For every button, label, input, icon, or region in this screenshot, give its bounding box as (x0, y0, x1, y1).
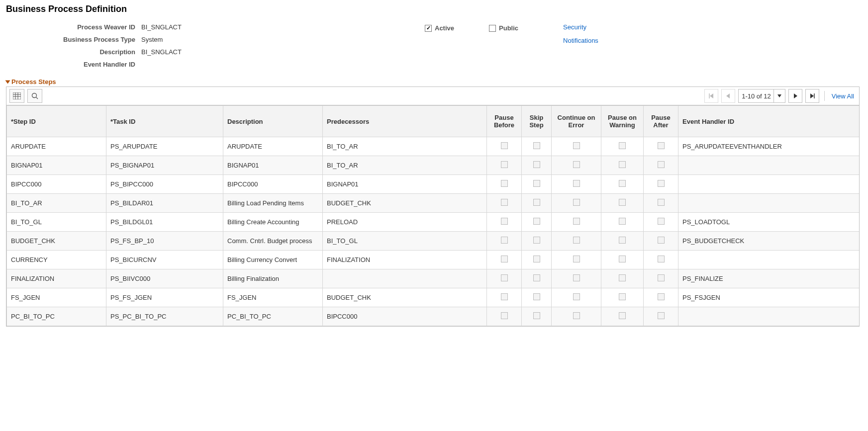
last-page-button[interactable] (805, 89, 819, 103)
table-row: FINALIZATIONPS_BIIVC000Billing Finalizat… (7, 269, 860, 288)
pause-on-warning-checkbox[interactable] (619, 218, 626, 225)
continue-on-error-checkbox[interactable] (573, 199, 580, 206)
pause-before-checkbox[interactable] (501, 237, 508, 244)
pause-before-checkbox[interactable] (501, 274, 508, 281)
pause-on-warning-cell (601, 175, 644, 194)
col-step-id[interactable]: *Step ID (7, 106, 106, 137)
skip-step-checkbox[interactable] (533, 237, 540, 244)
cell-task-id: PS_BILDGL01 (106, 213, 223, 232)
pause-before-checkbox[interactable] (501, 293, 508, 300)
value-business-process-type: System (141, 36, 251, 43)
pause-after-checkbox[interactable] (658, 237, 665, 244)
pause-on-warning-checkbox[interactable] (619, 237, 626, 244)
pause-on-warning-checkbox[interactable] (619, 293, 626, 300)
cell-predecessors: BI_TO_AR (323, 137, 487, 156)
pause-after-checkbox[interactable] (658, 293, 665, 300)
pause-on-warning-checkbox[interactable] (619, 256, 626, 262)
cell-step-id: CURRENCY (7, 251, 106, 269)
continue-on-error-checkbox[interactable] (573, 237, 580, 244)
skip-step-checkbox[interactable] (533, 161, 540, 168)
value-description: BI_SNGLACT (141, 48, 251, 56)
page-title: Business Process Definition (6, 4, 860, 14)
view-all-link[interactable]: View All (832, 92, 854, 100)
skip-step-checkbox[interactable] (533, 293, 540, 300)
pause-before-checkbox[interactable] (501, 142, 508, 149)
find-button[interactable] (27, 89, 42, 103)
skip-step-checkbox[interactable] (533, 218, 540, 225)
col-pause-after[interactable]: Pause After (644, 106, 678, 137)
pause-before-checkbox[interactable] (501, 312, 508, 319)
svg-marker-10 (777, 94, 781, 97)
security-link[interactable]: Security (563, 23, 598, 31)
public-checkbox[interactable] (489, 25, 496, 32)
active-checkbox[interactable] (425, 25, 432, 32)
pause-after-checkbox[interactable] (658, 161, 665, 168)
skip-step-checkbox[interactable] (533, 312, 540, 319)
continue-on-error-checkbox[interactable] (573, 274, 580, 281)
continue-on-error-checkbox[interactable] (573, 312, 580, 319)
table-row: BUDGET_CHKPS_FS_BP_10Comm. Cntrl. Budget… (7, 232, 860, 251)
pause-after-checkbox[interactable] (658, 199, 665, 206)
cell-event-handler-id: PS_LOADTOGL (678, 213, 860, 232)
cell-event-handler-id: PS_ARUPDATEEVENTHANDLER (678, 137, 860, 156)
first-page-button[interactable] (704, 89, 718, 103)
continue-on-error-checkbox[interactable] (573, 293, 580, 300)
col-description[interactable]: Description (223, 106, 323, 137)
cell-task-id: PS_PC_BI_TO_PC (106, 307, 223, 326)
col-pause-on-warning[interactable]: Pause on Warning (601, 106, 644, 137)
continue-on-error-checkbox[interactable] (573, 161, 580, 168)
continue-on-error-checkbox[interactable] (573, 256, 580, 262)
process-steps-grid: *Step ID *Task ID Description Predecesso… (6, 105, 860, 326)
pause-before-checkbox[interactable] (501, 161, 508, 168)
cell-description: BIPCC000 (223, 175, 323, 194)
pause-before-checkbox[interactable] (501, 218, 508, 225)
pause-after-cell (644, 251, 678, 269)
pause-on-warning-checkbox[interactable] (619, 312, 626, 319)
pause-after-checkbox[interactable] (658, 218, 665, 225)
prev-page-button[interactable] (721, 89, 735, 103)
col-predecessors[interactable]: Predecessors (323, 106, 487, 137)
process-steps-section-header[interactable]: Process Steps (6, 78, 860, 86)
notifications-link[interactable]: Notifications (563, 37, 598, 44)
pause-on-warning-checkbox[interactable] (619, 274, 626, 281)
pause-on-warning-cell (601, 232, 644, 251)
cell-predecessors: BUDGET_CHK (323, 194, 487, 213)
continue-on-error-checkbox[interactable] (573, 180, 580, 187)
pause-before-cell (487, 156, 522, 175)
table-row: BI_TO_ARPS_BILDAR01Billing Load Pending … (7, 194, 860, 213)
personalize-grid-button[interactable] (9, 89, 24, 103)
continue-on-error-checkbox[interactable] (573, 142, 580, 149)
next-page-button[interactable] (788, 89, 802, 103)
pause-before-cell (487, 175, 522, 194)
cell-task-id: PS_BICURCNV (106, 251, 223, 269)
row-range-select[interactable]: 1-10 of 12 (738, 89, 785, 103)
cell-predecessors: BIPCC000 (323, 307, 487, 326)
skip-step-checkbox[interactable] (533, 199, 540, 206)
pause-before-checkbox[interactable] (501, 256, 508, 262)
skip-step-checkbox[interactable] (533, 256, 540, 262)
pause-on-warning-checkbox[interactable] (619, 161, 626, 168)
continue-on-error-checkbox[interactable] (573, 218, 580, 225)
pause-after-checkbox[interactable] (658, 312, 665, 319)
col-event-handler-id[interactable]: Event Handler ID (678, 106, 860, 137)
svg-line-6 (36, 97, 38, 99)
skip-step-checkbox[interactable] (533, 142, 540, 149)
pause-after-checkbox[interactable] (658, 274, 665, 281)
pause-after-checkbox[interactable] (658, 142, 665, 149)
pause-before-checkbox[interactable] (501, 199, 508, 206)
pause-on-warning-checkbox[interactable] (619, 180, 626, 187)
col-continue-on-error[interactable]: Continue on Error (552, 106, 601, 137)
pause-on-warning-checkbox[interactable] (619, 199, 626, 206)
cell-predecessors: PRELOAD (323, 213, 487, 232)
skip-step-checkbox[interactable] (533, 274, 540, 281)
cell-step-id: BUDGET_CHK (7, 232, 106, 251)
grid-scroll-region[interactable]: *Step ID *Task ID Description Predecesso… (6, 105, 860, 327)
skip-step-checkbox[interactable] (533, 180, 540, 187)
col-skip-step[interactable]: Skip Step (522, 106, 552, 137)
col-task-id[interactable]: *Task ID (106, 106, 223, 137)
pause-after-checkbox[interactable] (658, 180, 665, 187)
pause-before-checkbox[interactable] (501, 180, 508, 187)
pause-on-warning-checkbox[interactable] (619, 142, 626, 149)
pause-after-checkbox[interactable] (658, 256, 665, 262)
col-pause-before[interactable]: Pause Before (487, 106, 522, 137)
